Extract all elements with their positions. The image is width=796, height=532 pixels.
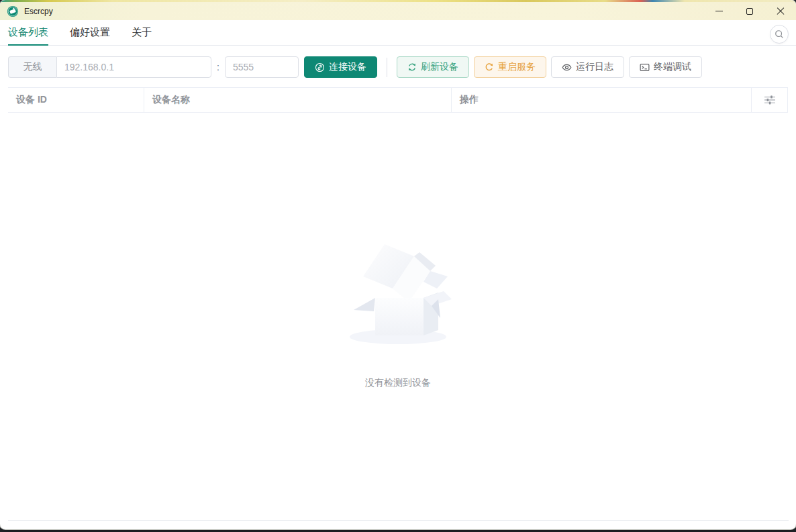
minimize-button[interactable] [703,2,734,20]
device-table-header: 设备 ID 设备名称 操作 [8,87,788,113]
column-header-operation: 操作 [452,88,752,112]
connect-device-button[interactable]: 连接设备 [304,56,377,78]
column-settings-icon [764,95,775,105]
minimize-icon [715,11,723,11]
terminal-icon [640,62,650,72]
table-bottom-border [8,520,789,521]
tab-preferences[interactable]: 偏好设置 [70,20,110,46]
terminal-debug-label: 终端调试 [654,61,691,73]
column-settings-button[interactable] [752,88,788,112]
titlebar-left: Escrcpy [0,5,703,17]
wireless-address-group: 无线 [8,56,211,78]
restart-service-label: 重启服务 [498,61,536,73]
empty-state: 没有检测到设备 [0,235,796,389]
window-title: Escrcpy [24,7,53,16]
toolbar-divider [387,58,387,77]
connect-link-icon [315,62,325,72]
restart-icon [485,62,494,72]
tab-about[interactable]: 关于 [132,20,152,46]
column-header-device-name: 设备名称 [144,88,452,112]
ip-address-input[interactable] [56,56,211,78]
tab-device-list[interactable]: 设备列表 [8,20,48,46]
maximize-button[interactable] [734,2,765,20]
terminal-debug-button[interactable]: 终端调试 [629,56,702,78]
search-icon [775,30,784,39]
maximize-icon [746,8,753,15]
device-toolbar: 无线 : 连接设备 刷新设备 [8,56,788,78]
titlebar[interactable]: Escrcpy [0,2,796,20]
restart-service-button[interactable]: 重启服务 [474,56,546,78]
window-controls [703,2,796,20]
connect-device-label: 连接设备 [329,61,366,73]
column-header-device-id: 设备 ID [8,88,144,112]
refresh-devices-button[interactable]: 刷新设备 [397,56,469,78]
tab-bar: 设备列表 偏好设置 关于 [0,20,796,46]
close-icon [777,7,785,15]
empty-box-illustration [344,235,452,350]
port-input[interactable] [225,56,299,78]
app-logo-icon [7,5,19,17]
eye-icon [562,62,572,72]
refresh-icon [407,62,417,72]
close-button[interactable] [765,2,796,20]
search-button[interactable] [770,25,789,44]
refresh-devices-label: 刷新设备 [421,61,458,73]
run-logs-label: 运行日志 [576,61,613,73]
wireless-label: 无线 [8,56,56,78]
empty-message: 没有检测到设备 [365,377,431,389]
escrcpy-window: Escrcpy 设备列表 偏好设置 关于 无线 : [0,0,796,529]
port-separator: : [217,62,219,72]
run-logs-button[interactable]: 运行日志 [551,56,624,78]
